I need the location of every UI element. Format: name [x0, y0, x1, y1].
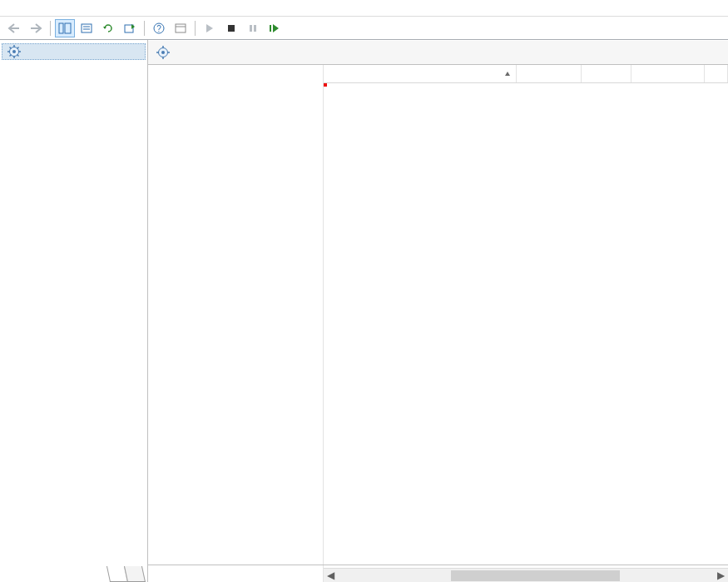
- col-header-name[interactable]: [324, 65, 517, 82]
- menu-bar: [0, 0, 728, 17]
- col-header-logon[interactable]: [705, 65, 728, 82]
- properties-icon: [174, 22, 187, 34]
- tree-services-local[interactable]: [2, 43, 146, 60]
- svg-rect-12: [254, 25, 256, 32]
- help-button[interactable]: ?: [149, 19, 169, 37]
- svg-point-25: [161, 51, 165, 54]
- properties-button[interactable]: [171, 19, 191, 37]
- export-list-button[interactable]: [77, 19, 97, 37]
- panel-icon: [58, 22, 72, 34]
- menu-help[interactable]: [42, 7, 55, 10]
- separator: [195, 21, 196, 36]
- refresh-button[interactable]: [98, 19, 118, 37]
- restart-service-button[interactable]: [265, 19, 285, 37]
- back-button[interactable]: [4, 19, 24, 37]
- separator: [144, 21, 145, 36]
- view-tabs: [108, 565, 143, 582]
- col-header-status[interactable]: [582, 65, 631, 82]
- svg-line-20: [10, 47, 12, 49]
- column-headers: [324, 65, 728, 83]
- svg-text:?: ?: [156, 24, 161, 33]
- sort-asc-icon: [504, 71, 511, 77]
- services-list: ◀ ▶: [323, 65, 728, 582]
- menu-action[interactable]: [15, 7, 28, 10]
- gear-icon: [156, 46, 170, 59]
- svg-rect-8: [176, 24, 186, 32]
- detail-pane: [148, 65, 323, 582]
- forward-button[interactable]: [26, 19, 46, 37]
- svg-rect-0: [59, 23, 63, 33]
- svg-line-22: [10, 55, 12, 57]
- svg-line-21: [17, 55, 19, 57]
- col-header-description[interactable]: [517, 65, 582, 82]
- scroll-right-button[interactable]: ▶: [714, 569, 728, 583]
- restart-icon: [269, 23, 280, 33]
- svg-point-15: [12, 50, 16, 53]
- stop-service-button[interactable]: [221, 19, 241, 37]
- separator: [50, 21, 51, 36]
- help-icon: ?: [152, 22, 166, 35]
- start-service-button[interactable]: [200, 19, 220, 37]
- highlight-box: [324, 83, 327, 87]
- show-hide-tree-button[interactable]: [55, 19, 75, 37]
- menu-view[interactable]: [28, 7, 42, 10]
- right-pane-header: [148, 40, 728, 65]
- arrow-left-icon: [7, 22, 21, 34]
- scroll-thumb[interactable]: [451, 570, 620, 581]
- svg-rect-1: [65, 23, 71, 33]
- col-header-startup[interactable]: [631, 65, 705, 82]
- refresh-icon: [102, 22, 115, 34]
- gear-icon: [7, 45, 21, 58]
- export-icon: [123, 22, 136, 34]
- toolbar: ?: [0, 17, 728, 40]
- tab-standard[interactable]: [124, 566, 146, 582]
- arrow-right-icon: [29, 22, 42, 34]
- play-icon: [205, 23, 215, 33]
- svg-rect-11: [250, 25, 252, 32]
- tree-pane: [0, 40, 148, 582]
- horizontal-scrollbar[interactable]: ◀ ▶: [324, 568, 728, 582]
- tab-border: [148, 565, 728, 565]
- menu-file[interactable]: [2, 7, 15, 10]
- pause-service-button[interactable]: [243, 19, 263, 37]
- export-button[interactable]: [120, 19, 140, 37]
- svg-rect-13: [270, 25, 271, 32]
- scroll-track[interactable]: [338, 569, 714, 583]
- pause-icon: [248, 23, 258, 33]
- scroll-left-button[interactable]: ◀: [324, 569, 338, 583]
- list-icon: [80, 22, 93, 34]
- stop-icon: [226, 23, 236, 33]
- svg-line-23: [17, 47, 19, 49]
- svg-rect-10: [228, 25, 235, 32]
- svg-rect-2: [82, 24, 92, 32]
